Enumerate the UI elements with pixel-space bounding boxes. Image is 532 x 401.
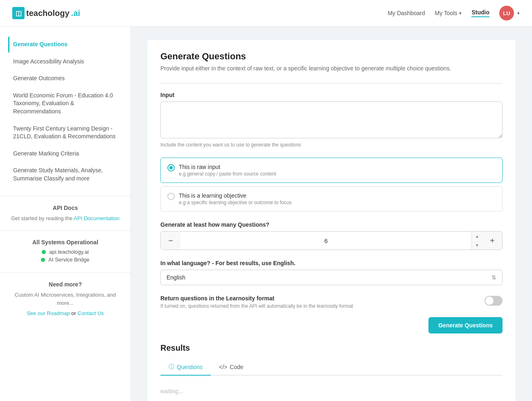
sidebar: Generate Questions Image Accessibility A… bbox=[0, 27, 131, 401]
main-card: Generate Questions Provide input either … bbox=[147, 40, 516, 401]
logo-text: teachology bbox=[26, 9, 70, 18]
tab-questions[interactable]: ⓘ Questions bbox=[160, 359, 211, 376]
questions-tab-icon: ⓘ bbox=[169, 363, 174, 371]
language-label: In what language? - For best results, us… bbox=[160, 260, 503, 266]
radio-btn-objective bbox=[167, 193, 175, 200]
questions-count-group: Generate at least how many Questions? − … bbox=[160, 221, 503, 250]
nav-tools[interactable]: My Tools ▾ bbox=[435, 10, 462, 16]
language-group: In what language? - For best results, us… bbox=[160, 260, 503, 285]
sidebar-divider-1 bbox=[0, 196, 131, 196]
tab-questions-label: Questions bbox=[177, 364, 203, 370]
sidebar-item-image-accessibility[interactable]: Image Accessibility Analysis bbox=[8, 54, 122, 70]
generate-questions-button[interactable]: Generate Questions bbox=[428, 317, 503, 333]
avatar[interactable]: LU bbox=[499, 6, 514, 20]
learnosity-desc: If turned on, questions returned from th… bbox=[160, 303, 476, 309]
status-dot-api bbox=[42, 250, 46, 254]
sidebar-nav: Generate Questions Image Accessibility A… bbox=[0, 36, 131, 188]
learnosity-title: Return questions in the Learnosity forma… bbox=[160, 295, 476, 302]
section-divider-1 bbox=[160, 83, 503, 83]
main-content: Generate Questions Provide input either … bbox=[131, 27, 532, 401]
more-text: Custom AI Microservices, Integrations, a… bbox=[8, 291, 122, 307]
sidebar-item-marking[interactable]: Generate Marking Criteria bbox=[8, 146, 122, 162]
increment-arrow-up[interactable]: ▲ bbox=[472, 232, 482, 241]
sidebar-status-section: All Systems Operational api.teachology.a… bbox=[0, 239, 131, 264]
logo-ai-text: .ai bbox=[71, 9, 80, 18]
code-tab-icon: </> bbox=[219, 364, 227, 370]
input-group: Input Include the content you want us to… bbox=[160, 92, 503, 148]
decrement-button[interactable]: − bbox=[161, 232, 180, 250]
nav-dashboard[interactable]: My Dashboard bbox=[388, 10, 425, 16]
more-title: Need more? bbox=[8, 281, 122, 288]
status-title: All Systems Operational bbox=[8, 239, 122, 246]
api-docs-link[interactable]: API Documentation bbox=[74, 215, 119, 221]
nav-studio[interactable]: Studio bbox=[471, 9, 489, 17]
input-label: Input bbox=[160, 92, 503, 98]
contact-link[interactable]: Contact Us bbox=[78, 310, 104, 316]
questions-value: 6 bbox=[180, 237, 471, 244]
status-label-ai: AI Service Bridge bbox=[48, 257, 89, 263]
sidebar-api-section: API Docs Get started by reading the API … bbox=[0, 205, 131, 223]
sort-icon: ⇅ bbox=[491, 274, 496, 281]
num-arrows: ▲ ▼ bbox=[471, 232, 482, 250]
sidebar-item-generate-outcomes[interactable]: Generate Outcomes bbox=[8, 70, 122, 87]
radio-learning-objective[interactable]: This is a learning objective e.g a speci… bbox=[160, 186, 503, 212]
sidebar-divider-3 bbox=[0, 273, 131, 273]
sidebar-item-21cld[interactable]: Twenty First Century Learning Design - 2… bbox=[8, 121, 122, 145]
results-tabs: ⓘ Questions </> Code bbox=[160, 359, 503, 376]
main-layout: Generate Questions Image Accessibility A… bbox=[0, 27, 532, 401]
learnosity-toggle-row: Return questions in the Learnosity forma… bbox=[160, 295, 503, 309]
results-section: Results ⓘ Questions </> Code waiting... bbox=[160, 343, 503, 394]
status-row-api: api.teachology.ai bbox=[8, 249, 122, 255]
questions-label: Generate at least how many Questions? bbox=[160, 221, 503, 228]
header-user: LU ▾ bbox=[499, 6, 520, 20]
radio-group: This is raw input e.g general copy / pas… bbox=[160, 158, 503, 212]
number-input: − 6 ▲ ▼ + bbox=[160, 231, 503, 250]
waiting-text: waiting... bbox=[160, 384, 503, 394]
roadmap-link[interactable]: See our Roadmap bbox=[27, 310, 70, 316]
language-select[interactable]: English ⇅ bbox=[160, 270, 503, 285]
chevron-down-icon: ▾ bbox=[459, 11, 462, 16]
sidebar-item-generate-questions[interactable]: Generate Questions bbox=[8, 36, 122, 53]
logo-icon: ◫ bbox=[12, 7, 25, 19]
nav-tools-label: My Tools bbox=[435, 10, 457, 16]
language-value: English bbox=[167, 274, 491, 281]
api-docs-text: Get started by reading the API Documenta… bbox=[8, 214, 122, 223]
radio-objective-label: This is a learning objective bbox=[179, 192, 291, 199]
more-links: See our Roadmap or Contact Us bbox=[8, 310, 122, 316]
header-nav: My Dashboard My Tools ▾ Studio LU ▾ bbox=[388, 6, 520, 20]
user-chevron-icon: ▾ bbox=[517, 11, 520, 16]
increment-arrow-down[interactable]: ▼ bbox=[472, 241, 482, 250]
api-docs-title: API Docs bbox=[8, 205, 122, 211]
generate-btn-row: Generate Questions bbox=[160, 317, 503, 343]
sidebar-divider-2 bbox=[0, 230, 131, 231]
status-label-api: api.teachology.ai bbox=[49, 249, 89, 255]
increment-button[interactable]: + bbox=[482, 232, 502, 250]
learnosity-toggle[interactable] bbox=[485, 296, 503, 306]
status-row-ai: AI Service Bridge bbox=[8, 257, 122, 263]
radio-raw-label: This is raw input bbox=[179, 164, 276, 170]
input-textarea[interactable] bbox=[160, 101, 503, 138]
radio-btn-raw bbox=[167, 164, 175, 171]
radio-objective-sublabel: e.g a specific learning objective or out… bbox=[179, 200, 291, 205]
sidebar-item-study-materials[interactable]: Generate Study Materials, Analyse, Summa… bbox=[8, 162, 122, 187]
sidebar-more-section: Need more? Custom AI Microservices, Inte… bbox=[0, 281, 131, 316]
app-header: ◫ teachology.ai My Dashboard My Tools ▾ … bbox=[0, 0, 532, 27]
logo[interactable]: ◫ teachology.ai bbox=[12, 7, 80, 19]
radio-raw-input[interactable]: This is raw input e.g general copy / pas… bbox=[160, 158, 503, 183]
input-hint: Include the content you want us to use t… bbox=[160, 142, 503, 148]
tab-code-label: Code bbox=[230, 364, 243, 370]
tab-code[interactable]: </> Code bbox=[211, 360, 252, 375]
results-title: Results bbox=[160, 343, 503, 353]
status-dot-ai bbox=[41, 258, 45, 262]
page-description: Provide input either in the context of r… bbox=[160, 65, 503, 72]
or-text: or bbox=[71, 310, 77, 316]
sidebar-item-wef[interactable]: World Economic Forum - Education 4.0 Tax… bbox=[8, 88, 122, 120]
radio-raw-sublabel: e.g general copy / paste from source con… bbox=[179, 171, 276, 177]
page-title: Generate Questions bbox=[160, 51, 503, 62]
